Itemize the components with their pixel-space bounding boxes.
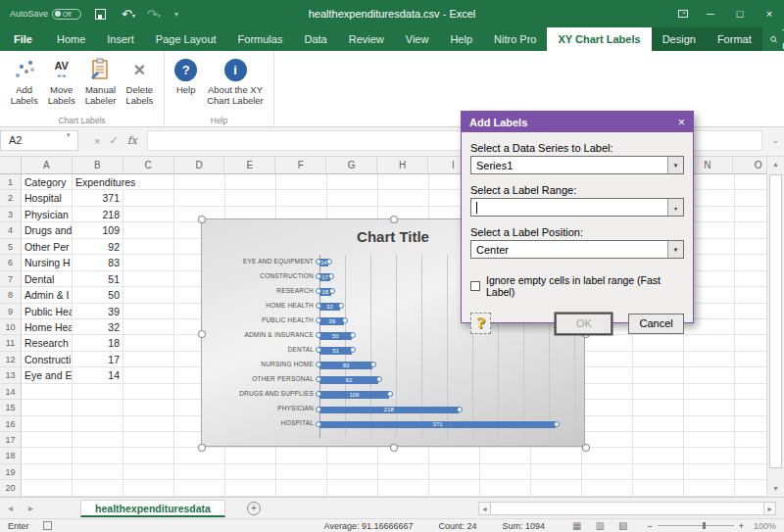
cell-G18[interactable]	[327, 448, 378, 463]
tell-me-box[interactable]: Tell me	[762, 27, 784, 51]
cell-L13[interactable]	[582, 367, 633, 383]
cell-C9[interactable]	[123, 304, 174, 319]
cell-M15[interactable]	[633, 400, 684, 415]
chart-selection-handle[interactable]	[198, 444, 206, 452]
cell-C3[interactable]	[123, 207, 174, 222]
cell-H18[interactable]	[378, 448, 429, 463]
row-header-1[interactable]: 1	[0, 174, 22, 190]
cell-H20[interactable]	[378, 480, 429, 496]
cell-B5[interactable]: 92	[73, 239, 123, 255]
cell-D1[interactable]	[174, 174, 225, 190]
horizontal-scrollbar-track[interactable]	[491, 502, 763, 515]
vertical-scrollbar-thumb[interactable]	[769, 174, 782, 468]
row-header-19[interactable]: 19	[0, 464, 22, 480]
cell-J19[interactable]	[480, 464, 531, 480]
cell-D19[interactable]	[174, 464, 225, 480]
cell-C14[interactable]	[123, 384, 174, 400]
tab-design[interactable]: Design	[652, 27, 707, 51]
tab-format[interactable]: Format	[707, 27, 762, 51]
cell-N12[interactable]	[684, 352, 735, 367]
cell-I20[interactable]	[429, 480, 480, 496]
cell-K19[interactable]	[531, 464, 582, 480]
range-dropdown-arrow-icon[interactable]: ▾	[667, 199, 683, 216]
cell-J20[interactable]	[480, 480, 531, 496]
cell-K20[interactable]	[531, 480, 582, 496]
tab-xy-chart-labels[interactable]: XY Chart Labels	[547, 27, 651, 51]
cell-B8[interactable]: 50	[73, 287, 123, 303]
cell-B6[interactable]: 83	[73, 255, 123, 270]
dialog-close-icon[interactable]: ×	[677, 115, 685, 129]
chart-selection-handle[interactable]	[198, 216, 206, 223]
column-header-E[interactable]: E	[224, 157, 275, 174]
chart-selection-handle[interactable]	[582, 444, 590, 452]
column-header-A[interactable]: A	[22, 157, 73, 174]
cell-A8[interactable]: Admin & I	[22, 287, 73, 303]
scroll-left-icon[interactable]: ◂	[478, 502, 491, 515]
cell-L11[interactable]	[582, 335, 633, 351]
cell-C18[interactable]	[123, 448, 174, 463]
zoom-level[interactable]: 100%	[754, 521, 784, 531]
cell-E1[interactable]	[225, 174, 276, 190]
range-input[interactable]: ▾	[470, 198, 684, 217]
cell-N11[interactable]	[684, 335, 735, 351]
series-dropdown-arrow-icon[interactable]: ▼	[667, 157, 683, 173]
cell-L18[interactable]	[582, 448, 633, 463]
cell-A20[interactable]	[22, 480, 73, 496]
row-header-11[interactable]: 11	[0, 335, 22, 351]
cell-F19[interactable]	[276, 464, 327, 480]
cell-B12[interactable]: 17	[73, 352, 123, 367]
row-header-13[interactable]: 13	[0, 367, 22, 383]
cell-A9[interactable]: Public Hea	[22, 304, 73, 319]
column-header-F[interactable]: F	[275, 157, 326, 174]
cell-H2[interactable]	[378, 190, 429, 206]
cell-M20[interactable]	[633, 480, 684, 496]
cell-B11[interactable]: 18	[73, 335, 123, 351]
cell-N15[interactable]	[684, 400, 735, 415]
cell-B13[interactable]: 14	[73, 367, 123, 383]
cell-H19[interactable]	[378, 464, 429, 480]
cell-M17[interactable]	[633, 432, 684, 448]
chart-bar[interactable]: 32	[319, 303, 340, 311]
cell-C13[interactable]	[123, 367, 174, 383]
cell-L12[interactable]	[582, 352, 633, 367]
series-select-dropdown[interactable]: Series1 ▼	[470, 156, 684, 174]
row-header-16[interactable]: 16	[0, 416, 22, 432]
tab-home[interactable]: Home	[46, 27, 96, 51]
tab-file[interactable]: File	[0, 27, 46, 51]
column-header-H[interactable]: H	[377, 157, 428, 174]
cell-F18[interactable]	[276, 448, 327, 463]
cell-A6[interactable]: Nursing H	[22, 255, 73, 270]
column-header-C[interactable]: C	[123, 157, 174, 174]
sheet-nav-left-icon[interactable]: ◂	[0, 503, 21, 513]
column-header-D[interactable]: D	[174, 157, 225, 174]
horizontal-scrollbar[interactable]: ◂ ▸	[478, 502, 776, 515]
cell-G20[interactable]	[327, 480, 378, 496]
cancel-button[interactable]: Cancel	[628, 314, 684, 334]
scroll-up-icon[interactable]: ▴	[767, 157, 784, 172]
chart-bar[interactable]: 39	[319, 317, 344, 325]
macro-record-icon[interactable]	[43, 521, 52, 530]
cell-N18[interactable]	[684, 448, 735, 463]
tab-formulas[interactable]: Formulas	[227, 27, 294, 51]
cell-A15[interactable]	[22, 400, 73, 415]
cell-B17[interactable]	[73, 432, 123, 448]
cell-L19[interactable]	[582, 464, 633, 480]
page-break-preview-icon[interactable]: ▧	[618, 520, 627, 531]
cell-C5[interactable]	[123, 239, 174, 255]
cell-M14[interactable]	[633, 384, 684, 400]
cell-I19[interactable]	[429, 464, 480, 480]
sheet-tab-active[interactable]: healthexpendituresdata	[80, 500, 225, 517]
autosave-pill[interactable]: Off	[52, 9, 81, 20]
cell-F2[interactable]	[276, 190, 327, 206]
cell-E2[interactable]	[225, 190, 276, 206]
delete-labels-button[interactable]: × DeleteLabels	[122, 54, 157, 106]
cell-L14[interactable]	[582, 384, 633, 400]
row-header-18[interactable]: 18	[0, 448, 22, 463]
cell-M18[interactable]	[633, 448, 684, 463]
column-header-G[interactable]: G	[326, 157, 377, 174]
chart-bar[interactable]: 83	[319, 362, 372, 369]
row-header-15[interactable]: 15	[0, 400, 22, 415]
cell-A7[interactable]: Dental	[22, 271, 73, 287]
chart-bar[interactable]: 14	[319, 259, 328, 266]
autosave-toggle[interactable]: AutoSave Off	[10, 9, 81, 20]
